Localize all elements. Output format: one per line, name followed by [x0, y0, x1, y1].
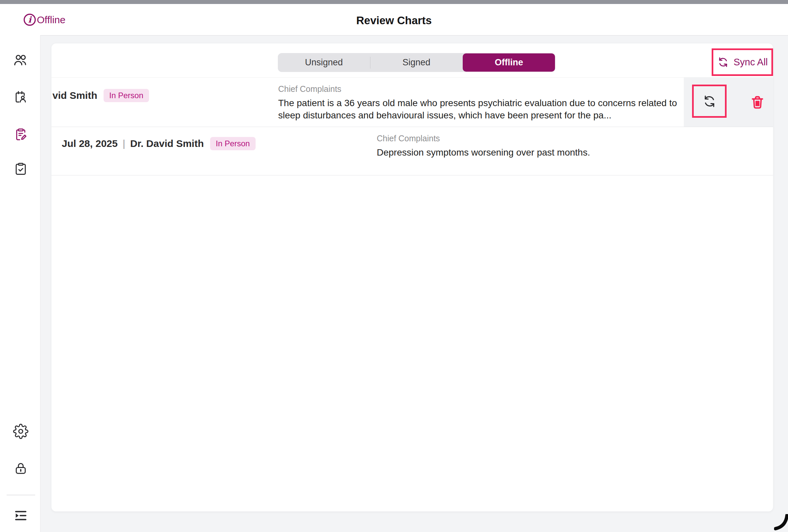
sidebar-item-patients[interactable]	[11, 51, 30, 70]
trash-icon	[749, 94, 766, 111]
title-separator: |	[122, 138, 125, 149]
app-header: i Offline Review Charts	[0, 4, 788, 35]
users-icon	[13, 53, 28, 68]
chief-complaints-label: Chief Complaints	[278, 84, 682, 94]
in-person-badge: In Person	[103, 89, 149, 102]
row-sync-highlight-box	[692, 85, 727, 118]
sidebar-item-tasks[interactable]	[11, 159, 30, 179]
sidebar-divider	[7, 495, 35, 495]
sidebar	[0, 35, 40, 532]
chief-complaints-text: The patient is a 36 years old male who p…	[278, 97, 682, 122]
chief-complaints-block: Chief Complaints The patient is a 36 yea…	[278, 84, 682, 122]
chief-complaints-text: Depression symptoms worsening over past …	[377, 147, 773, 159]
chief-complaints-block: Chief Complaints Depression symptoms wor…	[377, 134, 773, 159]
main-content: Unsigned Signed Offline Sync All	[40, 35, 788, 532]
chart-row-swiped[interactable]: vid Smith In Person Chief Complaints The…	[52, 77, 773, 127]
sync-all-label: Sync All	[733, 57, 768, 68]
tab-unsigned[interactable]: Unsigned	[278, 53, 370, 72]
row-action-panel	[684, 78, 773, 127]
sync-icon	[717, 56, 729, 68]
lock-icon	[13, 461, 28, 476]
doctor-name: Dr. David Smith	[130, 138, 204, 149]
pen-scribble-mark	[774, 514, 788, 531]
row-title: Jul 28, 2025 | Dr. David Smith In Person	[62, 137, 256, 150]
clipboard-edit-icon	[13, 127, 28, 142]
charts-card: Unsigned Signed Offline Sync All	[52, 43, 773, 511]
tab-signed[interactable]: Signed	[370, 53, 463, 72]
sidebar-item-review-charts[interactable]	[11, 125, 30, 144]
sidebar-item-lock[interactable]	[11, 459, 30, 478]
in-person-badge: In Person	[210, 137, 256, 150]
row-delete-button[interactable]	[748, 92, 767, 113]
page-title: Review Charts	[0, 14, 788, 27]
chart-row[interactable]: Jul 28, 2025 | Dr. David Smith In Person…	[52, 127, 773, 176]
sync-all-button[interactable]: Sync All	[717, 56, 768, 68]
row-sync-button[interactable]	[694, 86, 725, 116]
calendar-person-icon	[13, 89, 28, 104]
sidebar-item-console[interactable]	[11, 506, 30, 525]
tab-offline[interactable]: Offline	[463, 54, 555, 71]
top-status-strip	[0, 0, 788, 4]
chart-date: Jul 28, 2025	[62, 138, 118, 149]
chief-complaints-label: Chief Complaints	[377, 134, 773, 143]
card-header: Unsigned Signed Offline Sync All	[52, 43, 773, 77]
row-title: vid Smith In Person	[53, 89, 149, 102]
patient-name-truncated: vid Smith	[53, 90, 97, 101]
sidebar-item-appointments[interactable]	[11, 87, 30, 106]
sidebar-item-settings[interactable]	[11, 422, 30, 441]
clipboard-check-icon	[13, 162, 28, 177]
sync-all-highlight-box: Sync All	[712, 48, 773, 76]
indent-menu-icon	[13, 508, 28, 523]
gear-icon	[13, 424, 28, 439]
chart-filter-tabs: Unsigned Signed Offline	[278, 53, 555, 72]
sync-icon	[702, 94, 717, 109]
